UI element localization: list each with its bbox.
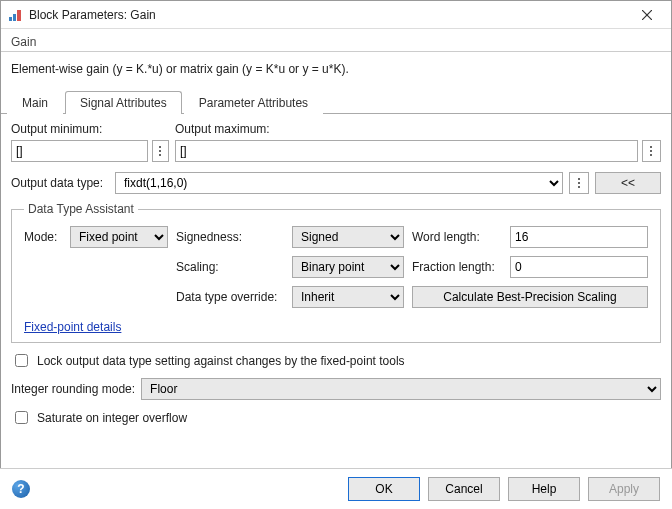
help-icon[interactable]: ? xyxy=(12,480,30,498)
output-maximum-label: Output maximum: xyxy=(175,122,661,136)
output-data-type-select[interactable]: fixdt(1,16,0) xyxy=(115,172,563,194)
cancel-button[interactable]: Cancel xyxy=(428,477,500,501)
lock-output-label: Lock output data type setting against ch… xyxy=(37,354,405,368)
svg-point-6 xyxy=(159,150,161,152)
dta-signedness-select[interactable]: Signed xyxy=(292,226,404,248)
output-minimum-more-button[interactable] xyxy=(152,140,169,162)
output-maximum-input[interactable] xyxy=(175,140,638,162)
dta-override-select[interactable]: Inherit xyxy=(292,286,404,308)
tab-content: Output minimum: Output maximum: Output d… xyxy=(1,114,671,439)
svg-point-13 xyxy=(578,186,580,188)
svg-point-9 xyxy=(650,150,652,152)
fixed-point-details-link[interactable]: Fixed-point details xyxy=(24,320,121,334)
lock-output-checkbox[interactable] xyxy=(15,354,28,367)
apply-button[interactable]: Apply xyxy=(588,477,660,501)
tab-signal-attributes[interactable]: Signal Attributes xyxy=(65,91,182,114)
dta-legend: Data Type Assistant xyxy=(24,202,138,216)
app-icon xyxy=(7,7,23,23)
rounding-mode-label: Integer rounding mode: xyxy=(11,382,135,396)
svg-point-12 xyxy=(578,182,580,184)
saturate-label: Saturate on integer overflow xyxy=(37,411,187,425)
svg-point-5 xyxy=(159,146,161,148)
collapse-dta-button[interactable]: << xyxy=(595,172,661,194)
block-description: Element-wise gain (y = K.*u) or matrix g… xyxy=(1,54,671,80)
output-data-type-more-button[interactable] xyxy=(569,172,589,194)
output-maximum-more-button[interactable] xyxy=(642,140,661,162)
saturate-checkbox[interactable] xyxy=(15,411,28,424)
ok-button[interactable]: OK xyxy=(348,477,420,501)
titlebar: Block Parameters: Gain xyxy=(1,1,671,29)
output-data-type-label: Output data type: xyxy=(11,176,109,190)
dta-word-length-input[interactable] xyxy=(510,226,648,248)
svg-rect-2 xyxy=(17,10,21,21)
dta-scaling-select[interactable]: Binary point xyxy=(292,256,404,278)
dialog-footer: ? OK Cancel Help Apply xyxy=(0,468,672,509)
svg-point-8 xyxy=(650,146,652,148)
rounding-mode-select[interactable]: Floor xyxy=(141,378,661,400)
dta-word-length-label: Word length: xyxy=(412,230,502,244)
output-minimum-label: Output minimum: xyxy=(11,122,169,136)
tab-bar: Main Signal Attributes Parameter Attribu… xyxy=(1,88,671,114)
dta-fraction-length-input[interactable] xyxy=(510,256,648,278)
dta-fraction-length-label: Fraction length: xyxy=(412,260,502,274)
dta-mode-select[interactable]: Fixed point xyxy=(70,226,168,248)
svg-rect-0 xyxy=(9,17,12,21)
svg-point-7 xyxy=(159,154,161,156)
close-button[interactable] xyxy=(627,2,667,28)
dta-mode-label: Mode: xyxy=(24,230,62,244)
data-type-assistant-group: Data Type Assistant Mode: Fixed point Si… xyxy=(11,202,661,343)
help-button[interactable]: Help xyxy=(508,477,580,501)
tab-main[interactable]: Main xyxy=(7,91,63,114)
svg-rect-1 xyxy=(13,14,16,21)
svg-point-10 xyxy=(650,154,652,156)
section-heading: Gain xyxy=(1,29,671,52)
svg-point-11 xyxy=(578,178,580,180)
calculate-scaling-button[interactable]: Calculate Best-Precision Scaling xyxy=(412,286,648,308)
output-minimum-input[interactable] xyxy=(11,140,148,162)
window-title: Block Parameters: Gain xyxy=(29,8,627,22)
dta-scaling-label: Scaling: xyxy=(176,260,284,274)
dta-override-label: Data type override: xyxy=(176,290,284,304)
dta-signedness-label: Signedness: xyxy=(176,230,284,244)
tab-parameter-attributes[interactable]: Parameter Attributes xyxy=(184,91,323,114)
